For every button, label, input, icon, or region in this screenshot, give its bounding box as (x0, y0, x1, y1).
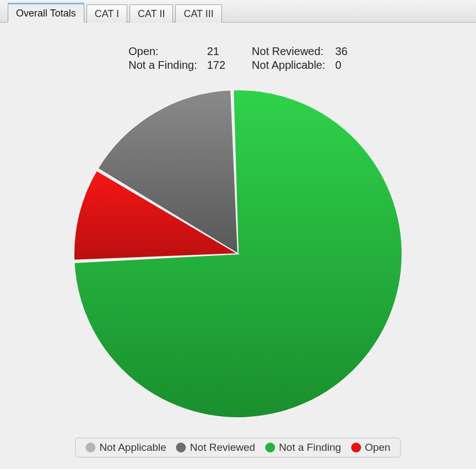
not-reviewed-label: Not Reviewed: (252, 45, 335, 58)
tab-overall-totals[interactable]: Overall Totals (8, 4, 84, 23)
legend-item-open: Open (351, 441, 390, 454)
content-panel: Open: 21 Not a Finding: 172 Not Reviewed… (0, 23, 476, 469)
legend-item-not-applicable: Not Applicable (85, 441, 166, 454)
not-reviewed-value: 36 (336, 45, 348, 58)
legend-swatch (351, 443, 361, 452)
open-label: Open: (128, 45, 207, 58)
legend-label: Not Applicable (99, 441, 166, 454)
legend-item-not-reviewed: Not Reviewed (176, 441, 255, 454)
not-applicable-value: 0 (336, 58, 348, 72)
legend-swatch (85, 443, 95, 452)
not-a-finding-value: 172 (207, 58, 225, 72)
tab-cat-3[interactable]: CAT III (175, 4, 221, 23)
summary-stats: Open: 21 Not a Finding: 172 Not Reviewed… (0, 45, 476, 72)
tab-label: CAT I (95, 8, 119, 19)
not-a-finding-label: Not a Finding: (128, 58, 207, 72)
legend-swatch (265, 443, 275, 452)
open-value: 21 (207, 45, 225, 58)
tab-bar: Overall Totals CAT I CAT II CAT III (0, 0, 476, 23)
tab-label: CAT II (138, 8, 165, 19)
tab-label: CAT III (183, 8, 213, 19)
pie-chart-container (0, 83, 476, 424)
legend-label: Open (365, 441, 390, 454)
not-applicable-label: Not Applicable: (252, 58, 335, 72)
legend-item-not-a-finding: Not a Finding (265, 441, 341, 454)
legend: Not Applicable Not Reviewed Not a Findin… (75, 438, 401, 457)
tab-label: Overall Totals (16, 8, 76, 19)
legend-label: Not Reviewed (190, 441, 255, 454)
pie-chart (67, 83, 409, 424)
legend-swatch (176, 443, 186, 452)
tab-cat-1[interactable]: CAT I (86, 4, 127, 23)
legend-label: Not a Finding (279, 441, 341, 454)
tab-cat-2[interactable]: CAT II (129, 4, 173, 23)
